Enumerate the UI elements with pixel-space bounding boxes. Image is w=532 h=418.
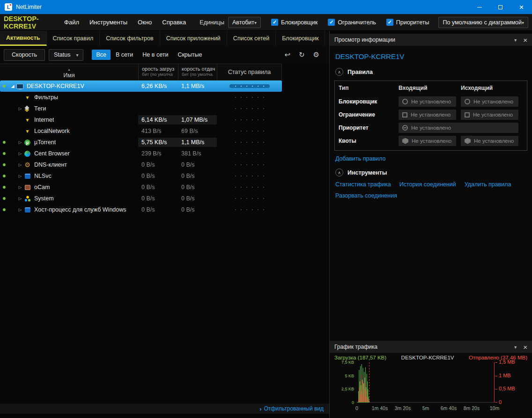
selected-host-title: DESKTOP-KCRRE1V (335, 52, 527, 60)
tool-link[interactable]: Удалить правила (465, 181, 511, 188)
column-name[interactable]: Имя (0, 64, 138, 80)
dot-icon (246, 97, 247, 98)
expand-arrow-icon[interactable] (17, 207, 23, 212)
process-row[interactable]: Internet6,14 KB/s1,07 MB/s (0, 114, 282, 125)
tab-item[interactable]: Список правил (47, 31, 100, 46)
tab-item[interactable]: Блокировщик (276, 31, 325, 46)
menubar-menu[interactable]: Инструменты (84, 19, 133, 26)
left-axis-tick: 2,5 KB (330, 387, 354, 391)
maximize-button[interactable] (490, 0, 511, 14)
view-layout-dropdown[interactable]: По умолчанию с диаграммой (438, 17, 528, 28)
download-speed-value: 0 B/s (138, 194, 178, 203)
menubar-menu[interactable]: Файл (59, 19, 84, 26)
process-row[interactable]: DNS-клиент0 B/s0 B/s (0, 159, 282, 170)
expand-arrow-icon[interactable] (17, 140, 23, 145)
expand-arrow-icon[interactable] (17, 162, 23, 167)
online-dot-icon (3, 197, 6, 200)
tool-link[interactable]: Разорвать соединения (335, 192, 397, 199)
toggle-option[interactable]: Ограничитель (328, 19, 376, 26)
expand-arrow-icon[interactable] (9, 84, 16, 88)
dot-icon (241, 86, 242, 87)
collapse-panel-icon[interactable] (514, 344, 517, 350)
dot-icon (252, 209, 253, 210)
process-row[interactable]: Хост-процесс для служб Windows0 B/s0 B/s (0, 204, 282, 215)
close-info-panel-button[interactable] (523, 36, 527, 44)
dot-icon (241, 176, 242, 176)
column-rule-status[interactable]: Статус правила (217, 64, 282, 80)
host-name[interactable]: DESKTOP-KCRRE1V (4, 15, 47, 30)
undo-icon[interactable] (282, 51, 293, 59)
process-row[interactable]: DESKTOP-KCRRE1V6,26 KB/s1,1 MB/s (0, 81, 282, 92)
dot-icon (258, 209, 259, 210)
filter-button[interactable]: Скрытые (173, 50, 206, 60)
toggle-option[interactable]: Приоритеты (386, 19, 429, 26)
tab-item[interactable]: Активность (0, 31, 47, 46)
close-chart-panel-button[interactable] (523, 343, 527, 351)
menubar-menu[interactable]: Справка (157, 19, 191, 26)
filter-button[interactable]: Не в сети (138, 50, 172, 60)
chevron-right-icon (259, 405, 261, 412)
process-row[interactable]: oCam0 B/s0 B/s (0, 182, 282, 193)
expand-arrow-icon[interactable] (17, 151, 23, 156)
rule-not-set-button[interactable]: Не установлено (461, 136, 518, 146)
units-dropdown[interactable]: Автобит (228, 17, 261, 28)
checkbox-icon[interactable] (386, 19, 393, 26)
process-row[interactable]: Cent Browser239 B/s381 B/s (0, 148, 282, 159)
dot-icon (246, 164, 247, 165)
settings-gear-icon[interactable] (311, 51, 322, 59)
process-row[interactable]: System0 B/s0 B/s (0, 193, 282, 204)
dot-icon (263, 209, 264, 210)
tab-item[interactable]: Список фильтров (100, 31, 160, 46)
collapse-section-icon[interactable] (335, 68, 343, 76)
toggle-option[interactable]: Блокировщик (271, 19, 318, 26)
process-row[interactable]: NLSvc0 B/s0 B/s (0, 170, 282, 182)
minimize-button[interactable] (469, 0, 490, 14)
rule-not-set-button[interactable]: Не установлено (399, 123, 518, 133)
traffic-chart-svg (357, 362, 495, 403)
rule-type-label: Ограничение (339, 111, 399, 118)
checkbox-icon[interactable] (328, 19, 335, 26)
expand-arrow-icon[interactable] (17, 174, 23, 178)
close-window-button[interactable] (511, 0, 532, 14)
rule-not-set-button[interactable]: Не установлено (399, 96, 456, 107)
rule-not-set-button[interactable]: Не установлено (399, 136, 456, 146)
expand-arrow-icon[interactable] (17, 185, 23, 190)
dot-icon (246, 108, 247, 109)
right-axis-tick: 1,5 MB (499, 359, 515, 365)
tool-link[interactable]: История соединений (399, 181, 456, 188)
rule-not-set-button[interactable]: Не установлено (399, 110, 456, 120)
tool-link[interactable]: Статистика трафика (335, 181, 391, 188)
dot-icon (235, 108, 236, 109)
menubar-menu[interactable]: Окно (133, 19, 157, 26)
column-upload-speed[interactable]: корость отдач бит (по умолча (178, 64, 217, 80)
filtered-view-link[interactable]: Отфильтрованный вид (259, 405, 324, 412)
process-row[interactable]: µTorrent5,75 KB/s1,1 MB/s (0, 137, 282, 148)
info-panel-body: DESKTOP-KCRRE1V Правила Тип Входящий Исх… (330, 46, 532, 341)
filter-button[interactable]: В сети (111, 50, 137, 60)
process-name: DESKTOP-KCRRE1V (27, 83, 84, 89)
speed-button[interactable]: Скорость (4, 49, 45, 61)
collapse-section-icon[interactable] (335, 169, 343, 176)
traffic-chart: 7,5 KB5 KB2,5 KB01,5 MB1 MB0,5 MB001m 40… (330, 361, 532, 418)
expand-arrow-icon[interactable] (17, 106, 23, 111)
filter-button[interactable]: Все (92, 50, 111, 60)
right-axis-tick: 1 MB (499, 373, 511, 378)
checkbox-icon[interactable] (271, 19, 278, 26)
tab-item[interactable]: Список сетей (227, 31, 276, 46)
process-row[interactable]: Фильтры (0, 92, 282, 103)
column-download-speed[interactable]: орость загруз бит (по умолча (138, 64, 178, 80)
process-row[interactable]: LocalNetwork413 B/s69 B/s (0, 125, 282, 137)
dot-icon (235, 119, 236, 120)
bottom-gap (0, 414, 329, 418)
process-row[interactable]: Теги (0, 103, 282, 114)
add-rule-link[interactable]: Добавить правило (335, 155, 527, 162)
refresh-icon[interactable] (296, 51, 307, 59)
status-dropdown[interactable]: Status (49, 49, 83, 61)
tab-item[interactable]: Список приложений (160, 31, 227, 46)
rule-not-set-button[interactable]: Не установлено (461, 110, 518, 120)
dot-icon (258, 176, 259, 176)
expand-arrow-icon[interactable] (17, 196, 23, 201)
rule-not-set-button[interactable]: Не установлено (461, 96, 518, 107)
collapse-panel-icon[interactable] (514, 37, 517, 43)
process-name: LocalNetwork (34, 128, 70, 134)
